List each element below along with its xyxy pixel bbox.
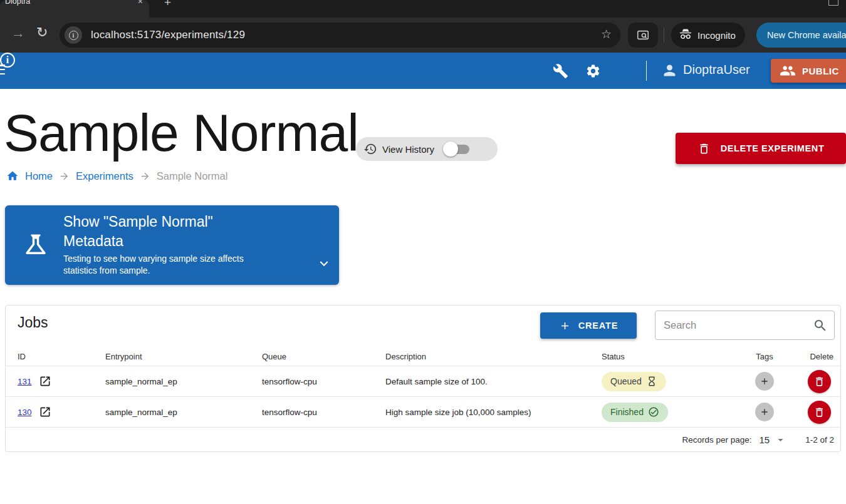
trash-icon [813, 406, 825, 418]
job-queue: tensorflow-cpu [262, 408, 385, 417]
metadata-description: Testing to see how varying sample size a… [63, 253, 279, 277]
col-delete: Delete [802, 352, 836, 361]
pagination-range: 1-2 of 2 [805, 435, 834, 445]
status-label: Finished [610, 407, 644, 417]
toolbar-divider [664, 28, 664, 43]
jobs-title: Jobs [18, 314, 48, 331]
create-job-label: CREATE [578, 321, 618, 331]
add-tag-button[interactable] [755, 372, 774, 391]
chevron-down-icon[interactable] [316, 255, 332, 272]
browser-tab[interactable]: Dioptra × [0, 0, 149, 18]
chrome-update-label: New Chrome available [767, 30, 846, 40]
create-job-button[interactable]: CREATE [540, 312, 637, 339]
arrow-forward-icon [59, 171, 70, 182]
records-per-page-label: Records per page: [682, 435, 751, 445]
incognito-icon [679, 28, 692, 42]
col-tags: Tags [727, 352, 802, 361]
bookmark-star-icon[interactable]: ☆ [601, 27, 612, 41]
chrome-update-button[interactable]: New Chrome available [756, 23, 846, 48]
job-description: High sample size job (10,000 samples) [385, 408, 589, 417]
view-history-toggle[interactable] [443, 141, 471, 157]
metadata-title: Show "Sample Normal" Metadata [63, 212, 264, 251]
job-queue: tensorflow-cpu [262, 377, 385, 386]
url-text: localhost:5173/experiments/129 [91, 29, 245, 41]
breadcrumb: Home Experiments Sample Normal [6, 170, 227, 182]
history-icon [363, 142, 377, 156]
app-bar: i DioptraUser PUBLIC [0, 53, 846, 89]
plus-icon [559, 320, 571, 332]
open-in-new-icon[interactable] [39, 375, 51, 388]
flask-icon [23, 232, 49, 259]
public-label: PUBLIC [802, 66, 839, 76]
trash-icon [813, 376, 825, 388]
search-tabs-icon[interactable] [628, 23, 658, 48]
job-description: Default sample size of 100. [385, 377, 589, 386]
open-in-new-icon[interactable] [39, 406, 51, 418]
forward-icon[interactable]: → [11, 25, 25, 41]
page-title: Sample Normal [4, 104, 358, 162]
user-icon [661, 62, 678, 79]
col-entrypoint: Entrypoint [105, 352, 262, 361]
table-row: 131 sample_normal_ep tensorflow-cpu Defa… [6, 366, 840, 397]
home-icon[interactable] [6, 170, 19, 182]
dropdown-caret-icon[interactable] [775, 434, 786, 446]
browser-toolbar: → ↻ i localhost:5173/experiments/129 ☆ I… [0, 18, 846, 53]
jobs-search[interactable] [655, 311, 835, 340]
view-history-label: View History [382, 144, 434, 155]
breadcrumb-home[interactable]: Home [25, 170, 53, 182]
metadata-expander[interactable]: Show "Sample Normal" Metadata Testing to… [5, 205, 339, 285]
delete-experiment-label: DELETE EXPERIMENT [721, 143, 825, 153]
search-icon[interactable] [813, 318, 828, 333]
tab-strip: Dioptra × + [0, 0, 846, 18]
site-info-icon[interactable]: i [65, 26, 82, 44]
breadcrumb-current: Sample Normal [157, 170, 228, 182]
browser-window: Dioptra × + → ↻ i localhost:5173/experim… [0, 0, 846, 504]
col-queue: Queue [262, 352, 385, 361]
table-row: 130 sample_normal_ep tensorflow-cpu High… [6, 397, 840, 428]
delete-job-button[interactable] [808, 401, 831, 424]
delete-job-button[interactable] [808, 370, 831, 393]
new-tab-icon[interactable]: + [164, 0, 171, 9]
job-entrypoint: sample_normal_ep [105, 408, 262, 417]
job-id-link[interactable]: 131 [18, 377, 32, 386]
breadcrumb-experiments[interactable]: Experiments [76, 170, 133, 182]
wrench-icon[interactable] [553, 63, 568, 79]
job-id-link[interactable]: 130 [18, 408, 32, 417]
check-circle-icon [648, 406, 659, 418]
arrow-forward-icon [140, 171, 150, 182]
delete-experiment-button[interactable]: DELETE EXPERIMENT [676, 133, 846, 164]
tab-close-icon[interactable]: × [138, 0, 143, 6]
view-history-control[interactable]: View History [356, 137, 498, 161]
add-tag-button[interactable] [755, 403, 774, 421]
trash-icon [697, 142, 711, 155]
plus-icon [760, 376, 770, 386]
groups-icon [780, 63, 796, 79]
jobs-table-header: ID Entrypoint Queue Description Status T… [6, 347, 840, 366]
address-bar[interactable]: i localhost:5173/experiments/129 ☆ [60, 23, 620, 48]
status-label: Queued [610, 376, 642, 386]
jobs-panel: Jobs CREATE ID Entrypoint Queue Descript… [5, 305, 841, 452]
window-maximize-icon[interactable] [828, 0, 838, 6]
table-pagination: Records per page: 15 1-2 of 2 [6, 428, 840, 452]
status-badge: Finished [602, 403, 668, 422]
col-description: Description [385, 352, 589, 361]
records-per-page-value[interactable]: 15 [760, 435, 770, 445]
plus-icon [760, 407, 770, 417]
job-entrypoint: sample_normal_ep [105, 377, 262, 386]
incognito-badge: Incognito [671, 23, 745, 48]
col-status: Status [589, 352, 727, 361]
hourglass-icon [646, 376, 657, 387]
search-input[interactable] [655, 319, 813, 331]
tab-title: Dioptra [5, 0, 30, 6]
gear-icon[interactable] [585, 63, 601, 79]
incognito-label: Incognito [697, 30, 736, 41]
appbar-divider [646, 61, 647, 81]
public-group-button[interactable]: PUBLIC [771, 59, 846, 83]
status-badge: Queued [602, 372, 666, 391]
reload-icon[interactable]: ↻ [36, 24, 48, 41]
menu-icon[interactable] [0, 64, 5, 77]
col-id: ID [18, 352, 105, 361]
username[interactable]: DioptraUser [683, 63, 750, 77]
